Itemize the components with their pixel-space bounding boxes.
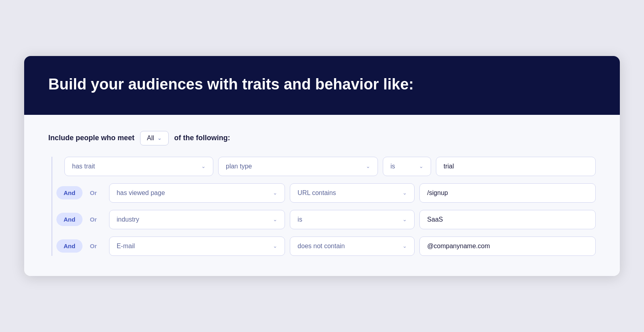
chevron-icon: ⌄ (157, 135, 162, 141)
or-button-2[interactable]: Or (83, 186, 104, 199)
or-button-3[interactable]: Or (83, 213, 104, 226)
conditions-area: has trait ⌄ plan type ⌄ is ⌄ trial A (52, 157, 596, 256)
value-field-3: SaaS (419, 210, 596, 229)
trait-type-dropdown-1[interactable]: has trait ⌄ (64, 157, 213, 176)
andor-group-2: And Or (56, 186, 104, 199)
chevron-icon: ⌄ (419, 163, 423, 169)
operator-dropdown-3[interactable]: is ⌄ (290, 210, 415, 229)
operator-dropdown-1[interactable]: is ⌄ (383, 157, 431, 176)
trait-type-dropdown-4[interactable]: E-mail ⌄ (109, 237, 285, 256)
value-text-4: @companyname.com (427, 243, 490, 250)
operator-dropdown-2[interactable]: URL contains ⌄ (290, 183, 415, 203)
trait-type-label-1: has trait (72, 163, 95, 170)
value-text-3: SaaS (427, 216, 443, 223)
include-row: Include people who meet All ⌄ of the fol… (48, 131, 596, 145)
chevron-icon: ⌄ (402, 216, 407, 222)
operator-label-4: does not contain (297, 243, 345, 250)
and-button-4[interactable]: And (56, 239, 83, 253)
following-label: of the following: (174, 134, 230, 142)
all-label: All (147, 135, 154, 142)
header-section: Build your audiences with traits and beh… (24, 56, 620, 115)
or-button-4[interactable]: Or (83, 239, 104, 253)
chevron-icon: ⌄ (366, 163, 370, 169)
condition-row-2: And Or has viewed page ⌄ URL contains ⌄ … (56, 183, 596, 203)
trait-name-dropdown-1[interactable]: plan type ⌄ (218, 157, 378, 176)
value-field-2: /signup (419, 183, 596, 203)
value-text-1: trial (444, 163, 454, 170)
trait-type-dropdown-3[interactable]: industry ⌄ (109, 210, 285, 229)
value-text-2: /signup (427, 189, 448, 197)
andor-group-3: And Or (56, 213, 104, 226)
condition-row-3: And Or industry ⌄ is ⌄ SaaS (56, 210, 596, 229)
body-section: Include people who meet All ⌄ of the fol… (24, 115, 620, 276)
trait-type-label-3: industry (117, 216, 139, 223)
and-button-3[interactable]: And (56, 213, 83, 226)
operator-label-1: is (390, 163, 395, 170)
andor-group-4: And Or (56, 239, 104, 253)
chevron-icon: ⌄ (201, 163, 206, 169)
operator-label-2: URL contains (297, 189, 336, 197)
trait-type-label-2: has viewed page (117, 189, 165, 197)
condition-row-4: And Or E-mail ⌄ does not contain ⌄ @comp… (56, 237, 596, 256)
page-title: Build your audiences with traits and beh… (48, 75, 596, 94)
trait-name-label-1: plan type (226, 163, 252, 170)
chevron-icon: ⌄ (273, 190, 277, 196)
chevron-icon: ⌄ (402, 190, 407, 196)
all-dropdown[interactable]: All ⌄ (140, 131, 169, 145)
chevron-icon: ⌄ (273, 243, 277, 249)
condition-row-1: has trait ⌄ plan type ⌄ is ⌄ trial (56, 157, 596, 176)
value-field-1: trial (436, 157, 596, 176)
operator-dropdown-4[interactable]: does not contain ⌄ (290, 237, 415, 256)
chevron-icon: ⌄ (402, 243, 407, 249)
include-prefix: Include people who meet (48, 134, 134, 142)
trait-type-dropdown-2[interactable]: has viewed page ⌄ (109, 183, 285, 203)
value-field-4: @companyname.com (419, 237, 596, 256)
main-card: Build your audiences with traits and beh… (24, 56, 620, 276)
chevron-icon: ⌄ (273, 216, 277, 222)
trait-type-label-4: E-mail (117, 243, 135, 250)
operator-label-3: is (297, 216, 302, 223)
and-button-2[interactable]: And (56, 186, 83, 199)
